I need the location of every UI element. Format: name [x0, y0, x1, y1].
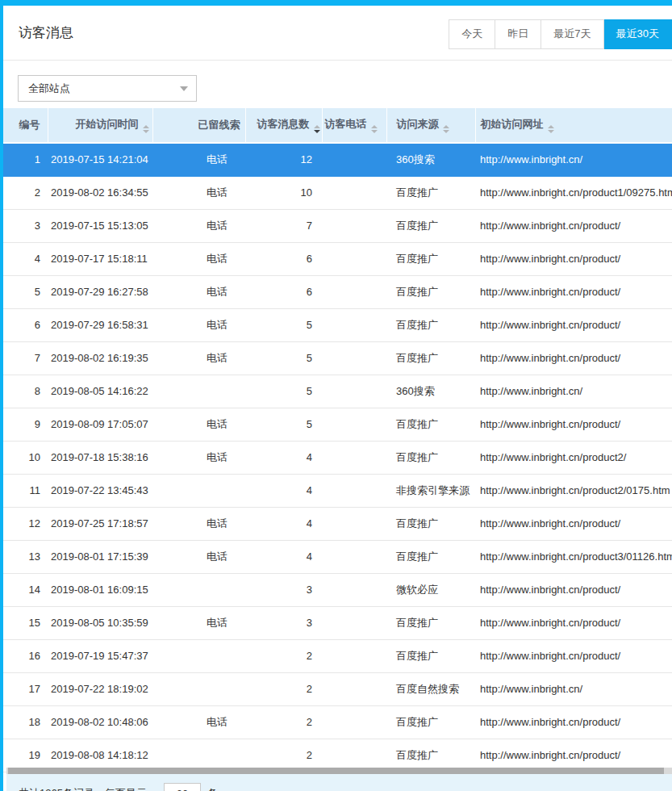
cell-url: http://www.inbright.cn/product/ [475, 341, 672, 375]
column-header-5[interactable]: 访问来源 [386, 108, 475, 143]
table-row[interactable]: 152019-08-05 10:35:59电话3百度推广http://www.i… [3, 606, 672, 639]
cell-messages: 10 [245, 176, 322, 209]
cell-messages: 3 [245, 573, 322, 606]
cell-url: http://www.inbright.cn/product/ [475, 705, 672, 739]
table-row[interactable]: 162019-07-19 15:47:372百度推广http://www.inb… [3, 639, 672, 672]
cell-messages: 5 [245, 341, 322, 375]
cell-messages: 3 [245, 606, 322, 639]
cell-clue [152, 375, 245, 408]
cell-clue: 电话 [152, 540, 245, 573]
table-row[interactable]: 132019-08-01 17:15:39电话4百度推广http://www.i… [3, 540, 672, 573]
cell-time: 2019-07-15 14:21:04 [48, 143, 152, 176]
table-row[interactable]: 182019-08-02 10:48:06电话2百度推广http://www.i… [3, 705, 672, 739]
table-row[interactable]: 32019-07-15 15:13:05电话7百度推广http://www.in… [3, 209, 672, 242]
cell-url: http://www.inbright.cn/ [475, 143, 672, 176]
table-row[interactable]: 82019-08-05 14:16:225360搜索http://www.inb… [3, 375, 672, 408]
sort-icon [371, 125, 378, 133]
cell-no: 12 [3, 507, 48, 540]
cell-phone [322, 573, 386, 606]
cell-phone [322, 176, 386, 209]
cell-url: http://www.inbright.cn/product1/09275.ht… [475, 176, 672, 209]
cell-messages: 2 [245, 739, 322, 772]
cell-clue: 电话 [152, 176, 245, 209]
cell-messages: 4 [245, 474, 322, 507]
cell-clue: 电话 [152, 242, 245, 275]
cell-time: 2019-08-02 16:34:55 [48, 176, 152, 209]
cell-no: 5 [3, 275, 48, 308]
table-row[interactable]: 12019-07-15 14:21:04电话12360搜索http://www.… [3, 143, 672, 176]
cell-no: 4 [3, 242, 48, 275]
cell-clue [152, 672, 245, 705]
cell-phone [322, 408, 386, 441]
cell-time: 2019-08-01 17:15:39 [48, 540, 152, 573]
cell-time: 2019-07-29 16:27:58 [48, 275, 152, 308]
horizontal-scrollbar[interactable] [6, 768, 672, 774]
cell-source: 百度推广 [386, 705, 475, 739]
pagination-footer: 共计1365条记录，每页显示： 条 [6, 774, 672, 791]
table-row[interactable]: 22019-08-02 16:34:55电话10百度推广http://www.i… [3, 176, 672, 209]
date-range-button-0[interactable]: 今天 [449, 19, 495, 49]
chevron-down-icon [180, 86, 188, 91]
cell-no: 15 [3, 606, 48, 639]
cell-time: 2019-07-25 17:18:57 [48, 507, 152, 540]
date-range-button-2[interactable]: 最近7天 [541, 19, 603, 49]
table-header-row: 编号开始访问时间已留线索访客消息数访客电话访问来源初始访问网址 [3, 108, 672, 143]
sort-icon [443, 125, 449, 133]
table-row[interactable]: 72019-08-02 16:19:35电话5百度推广http://www.in… [3, 341, 672, 375]
column-header-6[interactable]: 初始访问网址 [475, 108, 672, 143]
cell-phone [322, 540, 386, 573]
column-header-3[interactable]: 访客消息数 [245, 108, 322, 143]
cell-messages: 6 [245, 275, 322, 308]
cell-source: 百度推广 [386, 176, 475, 209]
table-row[interactable]: 52019-07-29 16:27:58电话6百度推广http://www.in… [3, 275, 672, 308]
cell-clue [152, 739, 245, 772]
cell-url: http://www.inbright.cn/product3/01126.ht… [475, 540, 672, 573]
table-row[interactable]: 112019-07-22 13:45:434非搜索引擎来源http://www.… [3, 474, 672, 507]
column-label: 编号 [19, 119, 40, 131]
column-header-4[interactable]: 访客电话 [322, 108, 386, 143]
date-range-button-3[interactable]: 最近30天 [604, 19, 672, 49]
cell-source: 百度推广 [386, 507, 475, 540]
cell-source: 百度推广 [386, 341, 475, 375]
cell-url: http://www.inbright.cn/ [475, 375, 672, 408]
page-size-input[interactable] [164, 783, 201, 791]
table-row[interactable]: 142019-08-01 16:09:153微软必应http://www.inb… [3, 573, 672, 606]
cell-messages: 5 [245, 308, 322, 341]
cell-source: 360搜索 [386, 375, 475, 408]
table-row[interactable]: 102019-07-18 15:38:16电话4百度推广http://www.i… [3, 441, 672, 474]
cell-no: 8 [3, 375, 48, 408]
cell-phone [322, 441, 386, 474]
cell-time: 2019-07-17 15:18:11 [48, 242, 152, 275]
table-row[interactable]: 122019-07-25 17:18:57电话4百度推广http://www.i… [3, 507, 672, 540]
cell-phone [322, 639, 386, 672]
table-row[interactable]: 42019-07-17 15:18:11电话6百度推广http://www.in… [3, 242, 672, 275]
cell-no: 3 [3, 209, 48, 242]
sort-icon [143, 125, 149, 133]
column-header-1[interactable]: 开始访问时间 [48, 108, 152, 143]
site-select-dropdown[interactable]: 全部站点 [18, 75, 197, 102]
cell-time: 2019-07-29 16:58:31 [48, 308, 152, 341]
column-label: 开始访问时间 [76, 118, 139, 130]
table-row[interactable]: 192019-08-08 14:18:122百度推广http://www.inb… [3, 739, 672, 772]
cell-phone [322, 275, 386, 308]
cell-time: 2019-08-05 10:35:59 [48, 606, 152, 639]
table-row[interactable]: 92019-08-09 17:05:07电话5百度推广http://www.in… [3, 408, 672, 441]
cell-messages: 6 [245, 242, 322, 275]
cell-url: http://www.inbright.cn/product/ [475, 408, 672, 441]
cell-messages: 5 [245, 408, 322, 441]
cell-no: 6 [3, 308, 48, 341]
cell-url: http://www.inbright.cn/product/ [475, 275, 672, 308]
cell-source: 百度推广 [386, 441, 475, 474]
cell-messages: 12 [245, 143, 322, 176]
cell-no: 13 [3, 540, 48, 573]
horizontal-scrollbar-thumb[interactable] [8, 768, 664, 774]
cell-no: 1 [3, 143, 48, 176]
cell-messages: 4 [245, 507, 322, 540]
cell-messages: 4 [245, 441, 322, 474]
cell-clue: 电话 [152, 209, 245, 242]
cell-phone [322, 474, 386, 507]
table-row[interactable]: 172019-07-22 18:19:022百度自然搜索http://www.i… [3, 672, 672, 705]
visitor-table: 编号开始访问时间已留线索访客消息数访客电话访问来源初始访问网址 12019-07… [3, 108, 672, 772]
table-row[interactable]: 62019-07-29 16:58:31电话5百度推广http://www.in… [3, 308, 672, 341]
date-range-button-1[interactable]: 昨日 [495, 19, 541, 49]
